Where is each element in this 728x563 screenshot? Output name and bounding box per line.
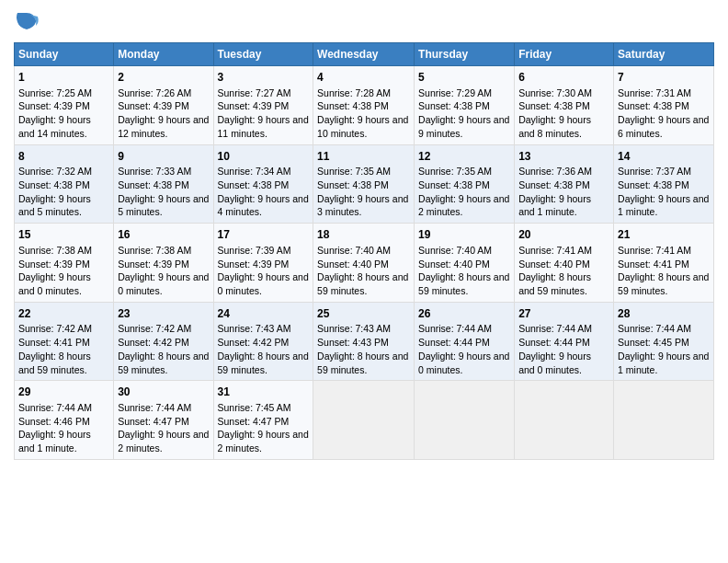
- daylight-label: Daylight: 9 hours and 2 minutes.: [218, 429, 309, 454]
- col-header-saturday: Saturday: [614, 43, 714, 66]
- daylight-label: Daylight: 8 hours and 59 minutes.: [18, 350, 91, 375]
- sunrise-label: Sunrise: 7:40 AM: [418, 245, 492, 256]
- cell-30: 30Sunrise: 7:44 AMSunset: 4:47 PMDayligh…: [114, 381, 213, 460]
- day-number: 2: [118, 70, 209, 86]
- cell-9: 9Sunrise: 7:33 AMSunset: 4:38 PMDaylight…: [114, 144, 213, 224]
- day-number: 19: [418, 227, 510, 243]
- daylight-label: Daylight: 8 hours and 59 minutes.: [317, 350, 408, 375]
- sunrise-label: Sunrise: 7:44 AM: [618, 323, 691, 334]
- cell-32: [313, 381, 415, 460]
- day-number: 27: [518, 306, 609, 322]
- daylight-label: Daylight: 9 hours and 3 minutes.: [317, 193, 408, 218]
- daylight-label: Daylight: 9 hours and 0 minutes.: [18, 271, 91, 296]
- cell-33: [415, 381, 515, 460]
- daylight-label: Daylight: 9 hours and 9 minutes.: [418, 114, 509, 139]
- day-number: 6: [518, 70, 609, 86]
- day-number: 15: [18, 227, 109, 243]
- sunrise-label: Sunrise: 7:42 AM: [118, 323, 191, 334]
- sunrise-label: Sunrise: 7:29 AM: [418, 87, 492, 98]
- day-number: 4: [317, 70, 410, 86]
- day-number: 14: [618, 149, 710, 165]
- sunrise-label: Sunrise: 7:41 AM: [518, 245, 592, 256]
- sunrise-label: Sunrise: 7:34 AM: [218, 166, 291, 177]
- sunset-label: Sunset: 4:41 PM: [618, 259, 689, 270]
- sunrise-label: Sunrise: 7:30 AM: [518, 87, 592, 98]
- day-number: 8: [18, 149, 109, 165]
- cell-12: 12Sunrise: 7:35 AMSunset: 4:38 PMDayligh…: [415, 144, 515, 224]
- sunset-label: Sunset: 4:39 PM: [218, 100, 290, 111]
- cell-6: 6Sunrise: 7:30 AMSunset: 4:38 PMDaylight…: [515, 66, 614, 145]
- cell-28: 28Sunrise: 7:44 AMSunset: 4:45 PMDayligh…: [614, 302, 714, 381]
- cell-1: 1Sunrise: 7:25 AMSunset: 4:39 PMDaylight…: [15, 66, 114, 145]
- day-number: 13: [518, 149, 609, 165]
- day-number: 24: [218, 306, 310, 322]
- daylight-label: Daylight: 9 hours and 1 minute.: [18, 429, 91, 454]
- day-number: 9: [118, 149, 209, 165]
- sunset-label: Sunset: 4:40 PM: [418, 259, 490, 270]
- sunrise-label: Sunrise: 7:35 AM: [317, 166, 391, 177]
- day-number: 7: [618, 70, 710, 86]
- cell-3: 3Sunrise: 7:27 AMSunset: 4:39 PMDaylight…: [213, 66, 313, 145]
- col-header-monday: Monday: [114, 43, 213, 66]
- cell-10: 10Sunrise: 7:34 AMSunset: 4:38 PMDayligh…: [213, 144, 313, 224]
- daylight-label: Daylight: 8 hours and 59 minutes.: [218, 350, 309, 375]
- header-row: SundayMondayTuesdayWednesdayThursdayFrid…: [15, 43, 714, 66]
- day-number: 23: [118, 306, 209, 322]
- day-number: 29: [18, 385, 109, 400]
- cell-14: 14Sunrise: 7:37 AMSunset: 4:38 PMDayligh…: [614, 144, 714, 224]
- col-header-sunday: Sunday: [15, 43, 114, 66]
- sunset-label: Sunset: 4:38 PM: [18, 179, 90, 190]
- sunset-label: Sunset: 4:38 PM: [317, 179, 389, 190]
- daylight-label: Daylight: 9 hours and 5 minutes.: [18, 193, 91, 218]
- sunrise-label: Sunrise: 7:43 AM: [218, 323, 291, 334]
- sunrise-label: Sunrise: 7:36 AM: [518, 166, 592, 177]
- sunset-label: Sunset: 4:38 PM: [418, 179, 490, 190]
- daylight-label: Daylight: 9 hours and 2 minutes.: [418, 193, 509, 218]
- logo-icon: [14, 9, 40, 35]
- daylight-label: Daylight: 9 hours and 11 minutes.: [218, 114, 309, 139]
- cell-4: 4Sunrise: 7:28 AMSunset: 4:38 PMDaylight…: [313, 66, 415, 145]
- sunset-label: Sunset: 4:39 PM: [218, 259, 290, 270]
- cell-23: 23Sunrise: 7:42 AMSunset: 4:42 PMDayligh…: [114, 302, 213, 381]
- daylight-label: Daylight: 9 hours and 0 minutes.: [118, 271, 209, 296]
- sunset-label: Sunset: 4:42 PM: [218, 337, 290, 348]
- sunset-label: Sunset: 4:39 PM: [18, 259, 90, 270]
- week-row-1: 1Sunrise: 7:25 AMSunset: 4:39 PMDaylight…: [15, 66, 714, 145]
- sunrise-label: Sunrise: 7:26 AM: [118, 87, 191, 98]
- sunrise-label: Sunrise: 7:27 AM: [218, 87, 291, 98]
- daylight-label: Daylight: 8 hours and 59 minutes.: [317, 271, 408, 296]
- sunset-label: Sunset: 4:39 PM: [118, 259, 189, 270]
- daylight-label: Daylight: 9 hours and 2 minutes.: [118, 429, 209, 454]
- col-header-wednesday: Wednesday: [313, 43, 415, 66]
- day-number: 18: [317, 227, 410, 243]
- sunset-label: Sunset: 4:40 PM: [317, 259, 389, 270]
- day-number: 22: [18, 306, 109, 322]
- cell-11: 11Sunrise: 7:35 AMSunset: 4:38 PMDayligh…: [313, 144, 415, 224]
- sunrise-label: Sunrise: 7:40 AM: [317, 245, 391, 256]
- sunset-label: Sunset: 4:44 PM: [418, 337, 490, 348]
- cell-7: 7Sunrise: 7:31 AMSunset: 4:38 PMDaylight…: [614, 66, 714, 145]
- week-row-2: 8Sunrise: 7:32 AMSunset: 4:38 PMDaylight…: [15, 144, 714, 224]
- week-row-3: 15Sunrise: 7:38 AMSunset: 4:39 PMDayligh…: [15, 224, 714, 303]
- cell-25: 25Sunrise: 7:43 AMSunset: 4:43 PMDayligh…: [313, 302, 415, 381]
- sunrise-label: Sunrise: 7:35 AM: [418, 166, 492, 177]
- sunset-label: Sunset: 4:38 PM: [317, 100, 389, 111]
- daylight-label: Daylight: 9 hours and 6 minutes.: [618, 114, 709, 139]
- sunrise-label: Sunrise: 7:44 AM: [418, 323, 492, 334]
- daylight-label: Daylight: 9 hours and 1 minute.: [618, 193, 709, 218]
- cell-29: 29Sunrise: 7:44 AMSunset: 4:46 PMDayligh…: [15, 381, 114, 460]
- sunset-label: Sunset: 4:38 PM: [618, 100, 689, 111]
- daylight-label: Daylight: 9 hours and 8 minutes.: [518, 114, 591, 139]
- sunrise-label: Sunrise: 7:32 AM: [18, 166, 92, 177]
- sunrise-label: Sunrise: 7:43 AM: [317, 323, 391, 334]
- daylight-label: Daylight: 9 hours and 12 minutes.: [118, 114, 209, 139]
- sunset-label: Sunset: 4:39 PM: [18, 100, 90, 111]
- page: SundayMondayTuesdayWednesdayThursdayFrid…: [0, 0, 728, 563]
- daylight-label: Daylight: 8 hours and 59 minutes.: [118, 350, 209, 375]
- day-number: 11: [317, 149, 410, 165]
- header: [14, 9, 714, 35]
- sunset-label: Sunset: 4:47 PM: [218, 416, 290, 427]
- daylight-label: Daylight: 9 hours and 5 minutes.: [118, 193, 209, 218]
- cell-21: 21Sunrise: 7:41 AMSunset: 4:41 PMDayligh…: [614, 224, 714, 303]
- day-number: 1: [18, 70, 109, 86]
